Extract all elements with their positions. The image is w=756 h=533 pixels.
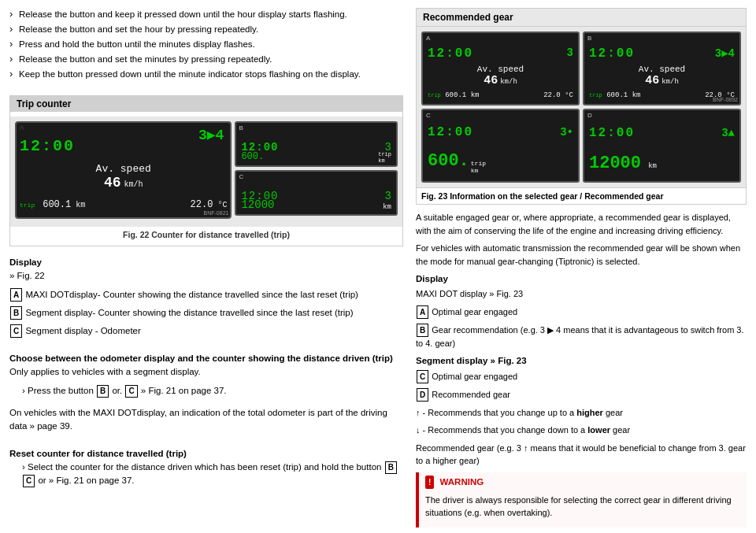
rec-a-bottom: trip 600.1 km 22.0 °C xyxy=(428,91,573,99)
display-item-c-text: Segment display - Odometer xyxy=(25,326,140,335)
right-label-d: D xyxy=(417,388,428,402)
rec-b-speed: Av. speed 46 km/h xyxy=(589,65,735,87)
warning-label-text: WARNING xyxy=(440,477,484,487)
c-odometer: 12000 xyxy=(241,198,274,211)
right-body: A suitable engaged gear or, where approp… xyxy=(416,211,747,527)
display-item-a: A MAXI DOTdisplay- Counter showing the d… xyxy=(9,288,403,302)
right-intro-1: A suitable engaged gear or, where approp… xyxy=(416,211,747,237)
lower-text: lower xyxy=(587,425,610,435)
right-column: Recommended gear A 12:00 3 Av. speed xyxy=(416,8,747,527)
rec-a-speed-val: 46 xyxy=(484,74,498,87)
right-intro-2: For vehicles with automatic transmission… xyxy=(416,242,747,268)
bullet-5: Keep the button pressed down until the m… xyxy=(9,68,403,80)
rec-b-trip-label: trip xyxy=(589,92,602,98)
display-item-c: C Segment display - Odometer xyxy=(9,324,403,338)
display-ref: » Fig. 22 xyxy=(9,269,403,283)
trip-label-text: trip xyxy=(20,202,35,209)
rec-gear-panels: A 12:00 3 Av. speed 46 km/h xyxy=(417,27,746,187)
right-label-a: A xyxy=(417,305,428,319)
rec-b-trip-unit: km xyxy=(632,91,641,99)
bullet-3: Press and hold the button until the minu… xyxy=(9,38,403,50)
speed-value: 46 xyxy=(104,175,121,191)
display-item-a-text: MAXI DOTdisplay- Counter showing the dis… xyxy=(25,290,358,299)
bnf-label-right: BNF-0892 xyxy=(713,97,738,102)
label-b: B xyxy=(10,306,22,320)
rec-a-temp-unit: °C xyxy=(565,91,573,99)
rec-a-trip: trip 600.1 km xyxy=(428,91,479,99)
rec-b-speed-unit: km/h xyxy=(662,78,679,86)
rec-c-gear: 3• xyxy=(560,126,573,139)
rec-d-time: 12:00 xyxy=(589,126,635,140)
trip-unit: km xyxy=(76,201,85,209)
fig-23-text: Information on the selected gear / Recom… xyxy=(450,191,663,201)
right-display-b: B Gear recommendation (e.g. 3 ▶ 4 means … xyxy=(416,324,747,350)
rec-panel-b: B 12:00 3▶4 Av. speed 46 km/h xyxy=(583,31,741,105)
bullet-4: Release the button and set the minutes b… xyxy=(9,53,403,65)
fig-22-label: Fig. 22 xyxy=(123,230,149,239)
rec-a-temp: 22.0 °C xyxy=(543,91,573,99)
fig-22-caption: Fig. 22 Counter for distance travelled (… xyxy=(10,230,402,239)
panel-a-label: A xyxy=(20,124,24,132)
rec-panel-a: A 12:00 3 Av. speed 46 km/h xyxy=(421,31,580,105)
panel-c: C 12:00 3 12000 km xyxy=(235,170,398,216)
display-item-b-text: Segment display- Counter showing the dis… xyxy=(25,308,353,317)
rec-a-label: A xyxy=(426,35,430,42)
reset-title: Reset counter for distance travelled (tr… xyxy=(9,449,403,458)
panels-bc: B B 12:00 3 600. xyxy=(235,121,398,222)
up-text: - Recommends that you change up to a xyxy=(423,408,577,417)
right-segment-c-text: Optimal gear engaged xyxy=(432,372,517,381)
rec-d-odo-unit: km xyxy=(648,162,657,170)
rec-c-time: 12:00 xyxy=(428,125,473,139)
rec-c-label: C xyxy=(426,112,431,119)
warning-icon: ! xyxy=(425,476,434,489)
rec-d-gear: 3▲ xyxy=(721,127,735,139)
display-title: Display xyxy=(9,257,403,267)
rec-a-speed: Av. speed 46 km/h xyxy=(428,65,573,87)
b-km: 600. xyxy=(241,151,264,162)
b-label: B xyxy=(239,124,243,131)
speed-label: Av. speed xyxy=(20,163,227,175)
display-item-b: B Segment display- Counter showing the d… xyxy=(9,306,403,320)
display-gear: 3▶4 xyxy=(198,126,224,143)
up-arrow-icon: ↑ xyxy=(416,408,421,417)
temp-value: 22.0 xyxy=(191,199,213,210)
label-c: C xyxy=(10,324,22,338)
right-label-b: B xyxy=(417,324,428,337)
reset-btn-b: B xyxy=(385,461,397,474)
rec-b-speed-label: Av. speed xyxy=(589,65,735,74)
rec-c-odo-val: 600. xyxy=(428,151,469,171)
trip-counter-header: Trip counter xyxy=(10,96,402,112)
rec-a-trip-label: trip xyxy=(428,92,441,98)
left-column: Release the button and keep it pressed d… xyxy=(9,8,403,527)
warning-text: The driver is always responsible for sel… xyxy=(425,494,740,520)
warning-box: ! WARNING The driver is always responsib… xyxy=(416,472,747,527)
bullet-1: Release the button and keep it pressed d… xyxy=(9,8,403,20)
btn-b: B xyxy=(97,385,109,398)
rec-c-odometer: 600. tripkm xyxy=(428,151,573,175)
choose-bullet: Press the button B or. C » Fig. 21 on pa… xyxy=(9,384,403,398)
btn-c: C xyxy=(125,385,137,398)
rec-d-odo-val: 12000 xyxy=(589,154,641,173)
trip-value: 600.1 xyxy=(43,199,71,210)
rec-a-trip-unit: km xyxy=(471,91,480,99)
rec-a-speed-label: Av. speed xyxy=(428,65,573,74)
choose-title: Choose between the odometer display and … xyxy=(9,353,403,363)
right-up-arrow-text: ↑ - Recommends that you change up to a h… xyxy=(416,406,747,420)
rec-a-top: 12:00 3 xyxy=(428,39,573,61)
reset-bullet: Select the counter for the distance driv… xyxy=(9,461,403,487)
rec-b-label: B xyxy=(587,35,591,42)
rec-b-speed-val: 46 xyxy=(645,74,659,87)
display-panels: A 12:00 3▶4 Av. speed 46 km/h xyxy=(15,121,398,222)
right-segment-c: C Optimal gear engaged xyxy=(416,370,747,383)
right-maxi-ref: MAXI DOT display » Fig. 23 xyxy=(416,287,747,301)
rec-b-top: 12:00 3▶4 xyxy=(589,39,735,61)
c-unit: km xyxy=(383,203,391,211)
choose-body: Only applies to vehicles with a segment … xyxy=(9,365,403,379)
right-segment-d-text: Recommended gear xyxy=(432,390,510,399)
temp-section: 22.0 °C xyxy=(191,199,228,210)
rec-gear-section: Recommended gear A 12:00 3 Av. speed xyxy=(416,8,747,205)
temp-unit: °C xyxy=(217,201,227,209)
rec-b-trip-val: 600.1 xyxy=(606,91,628,99)
right-display-a: A Optimal gear engaged xyxy=(416,305,747,319)
down-arrow-icon: ↓ xyxy=(416,425,421,435)
